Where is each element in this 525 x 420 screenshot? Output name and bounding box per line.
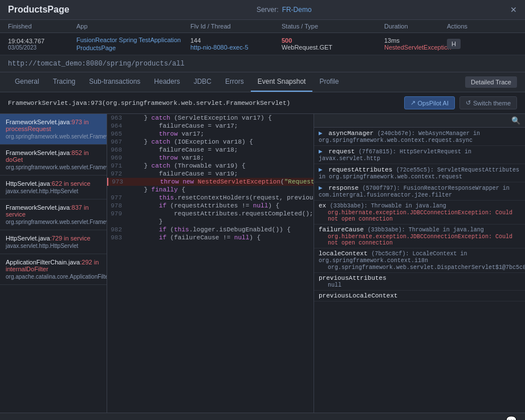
opspilot-label: OpsPilot AI <box>418 100 449 107</box>
line-code-close-brace: } <box>129 218 162 225</box>
var-name-response: response <box>328 185 359 191</box>
var-name-ex: ex <box>319 202 326 209</box>
stack-filename-5: ApplicationFilterChain.java <box>6 259 80 266</box>
line-code-963: } catch (ServletException var17) { <box>129 115 272 121</box>
action-h-button[interactable]: H <box>447 39 461 49</box>
var-row-response: ▶ response (5700f797): FusionReactorResp… <box>314 182 525 201</box>
stack-item-3[interactable]: FrameworkServlet.java:837 in service org… <box>0 199 107 230</box>
table-row-status: 500 WebRequest.GET <box>282 37 384 51</box>
code-line-968: 968 failureCause = var18; <box>107 146 314 154</box>
code-line-964: 964 failureCause = var17; <box>107 122 314 130</box>
server-label: Server: <box>257 6 279 14</box>
date: 03/05/2023 <box>8 44 76 51</box>
tab-errors[interactable]: Errors <box>218 72 251 92</box>
line-num-963: 963 <box>107 115 129 121</box>
line-code-971: } catch (Throwable var19) { <box>129 162 246 169</box>
tab-general[interactable]: General <box>8 72 46 92</box>
col-finished: Finished <box>8 23 76 30</box>
line-num-977: 977 <box>107 194 129 201</box>
line-num-979: 979 <box>107 210 129 217</box>
col-duration: Duration <box>384 23 447 30</box>
var-expand-response[interactable]: ▶ <box>319 185 323 191</box>
line-num-978: 978 <box>107 202 129 209</box>
code-line-close-brace: } <box>107 218 314 226</box>
stack-filename-1: FrameworkServlet.java <box>6 149 70 156</box>
switch-theme-button[interactable]: ↺ Switch theme <box>459 96 517 109</box>
close-button[interactable]: ✕ <box>510 5 517 14</box>
stack-item-0[interactable]: FrameworkServlet.java:973 in processRequ… <box>0 114 107 145</box>
line-code-965: throw var17; <box>129 131 204 137</box>
stack-item-5[interactable]: ApplicationFilterChain.java:292 in inter… <box>0 254 107 285</box>
col-actions: Actions <box>447 23 487 30</box>
tab-sub-transactions[interactable]: Sub-transactions <box>82 72 147 92</box>
code-line-982: 982 if (this.logger.isDebugEnabled()) { <box>107 226 314 234</box>
app-link-1[interactable]: FusionReactor Spring TestApplication <box>76 36 181 43</box>
thread: http-nio-8080-exec-5 <box>190 44 282 51</box>
code-line-971: 971 } catch (Throwable var19) { <box>107 162 314 170</box>
table-row-duration: 13ms NestedServletException <box>384 37 447 51</box>
col-status: Status / Type <box>282 23 384 30</box>
code-line-977: 977 this.resetContextHolders(request, pr… <box>107 194 314 202</box>
url-display: http://tomcat_demo:8080/spring/products/… <box>8 60 185 68</box>
tab-jdbc[interactable]: JDBC <box>187 72 218 92</box>
app-link-2[interactable]: ProductsPage <box>76 44 116 51</box>
tab-headers[interactable]: Headers <box>147 72 186 92</box>
var-row-locale-context: localeContext (7bc5c8cf): LocaleContext … <box>314 248 525 273</box>
toolbar-text: FrameworkServlet.java:973(org.springfram… <box>8 100 400 107</box>
code-line-967: 967 } catch (IOException var18) { <box>107 138 314 146</box>
line-code-964: failureCause = var17; <box>129 123 238 129</box>
code-line-972: 972 failureCause = var19; <box>107 170 314 178</box>
var-row-prev-attrs: previousAttributes null <box>314 273 525 291</box>
stack-filename-0: FrameworkServlet.java <box>6 119 70 125</box>
chat-button[interactable]: 💬 <box>506 415 517 420</box>
stack-class-4: javax.servlet.http.HttpServlet <box>6 243 101 249</box>
line-code-982: if (this.logger.isDebugEnabled()) { <box>129 226 291 233</box>
tab-profile[interactable]: Profile <box>312 72 345 92</box>
var-name-async: asyncManager <box>328 130 373 137</box>
var-expand-request[interactable]: ▶ <box>319 148 323 155</box>
var-id-request: (7f67a815): <box>359 149 400 155</box>
var-id-response: (5700f797): <box>363 185 404 191</box>
var-id-request-attrs: (72ce55c5): <box>396 167 437 173</box>
line-num-973: 973 <box>108 178 130 185</box>
var-expand-async[interactable]: ▶ <box>319 130 323 137</box>
var-expand-request-attrs[interactable]: ▶ <box>319 166 323 173</box>
var-subvalue-locale-context: org.springframework.web.servlet.Dispatch… <box>319 264 520 271</box>
line-num-close-brace <box>107 218 129 225</box>
status-code: 500 <box>282 37 384 44</box>
stack-method-4: :729 in service <box>50 235 91 242</box>
tab-event-snapshot[interactable]: Event Snapshot <box>251 72 313 92</box>
line-num-finally <box>107 186 129 193</box>
var-subvalue-failure-cause: org.hibernate.exception.JDBCConnectionEx… <box>319 234 520 246</box>
stack-method-2: :622 in service <box>50 180 91 187</box>
line-num-969: 969 <box>107 154 129 161</box>
stack-class-3: org.springframework.web.servlet.Framewor… <box>6 219 101 225</box>
status-type: WebRequest.GET <box>282 44 384 51</box>
table-row-app: FusionReactor Spring TestApplication Pro… <box>76 36 190 52</box>
line-num-971: 971 <box>107 162 129 169</box>
line-code-967: } catch (IOException var18) { <box>129 138 253 145</box>
code-line-978: 978 if (requestAttributes != null) { <box>107 202 314 210</box>
variables-panel: 🔍 ▶ asyncManager (240cb67e): WebAsyncMan… <box>314 114 525 413</box>
opspilot-button[interactable]: ↗ OpsPilot AI <box>404 96 455 109</box>
stack-class-5: org.apache.catalina.core.ApplicationFilt… <box>6 274 101 280</box>
detailed-trace-button[interactable]: Detailed Trace <box>465 76 517 88</box>
stack-item-4[interactable]: HttpServlet.java:729 in service javax.se… <box>0 230 107 254</box>
stack-panel: FrameworkServlet.java:973 in processRequ… <box>0 114 107 413</box>
theme-icon: ↺ <box>466 99 471 107</box>
variables-search-button[interactable]: 🔍 <box>511 116 520 125</box>
var-name-failure-cause: failureCause <box>319 226 364 233</box>
var-row-async-manager: ▶ asyncManager (240cb67e): WebAsyncManag… <box>314 128 525 146</box>
stack-item-2[interactable]: HttpServlet.java:622 in service javax.se… <box>0 176 107 199</box>
var-name-request: request <box>328 148 355 155</box>
tab-tracing[interactable]: Tracing <box>46 72 83 92</box>
line-num-964: 964 <box>107 123 129 129</box>
stack-item-1[interactable]: FrameworkServlet.java:852 in doGet org.s… <box>0 145 107 176</box>
code-line-965: 965 throw var17; <box>107 130 314 138</box>
col-app: App <box>76 23 190 30</box>
code-line-983: 983 if (failureCause != null) { <box>107 234 314 242</box>
col-flvid: Flv Id / Thread <box>190 23 282 30</box>
line-code-969: throw var18; <box>129 154 204 161</box>
table-row-time: 19:04:43.767 03/05/2023 <box>8 38 76 51</box>
var-id-ex: (33bb3abe): <box>330 203 371 209</box>
